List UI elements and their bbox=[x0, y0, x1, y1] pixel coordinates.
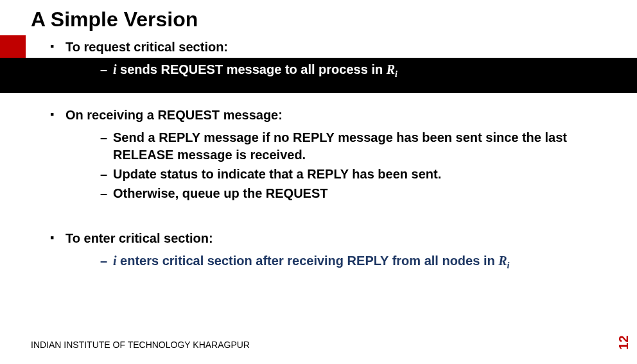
footer-text: INDIAN INSTITUTE OF TECHNOLOGY KHARAGPUR bbox=[31, 340, 250, 350]
section-1-text: sends REQUEST message to all process in bbox=[117, 62, 387, 76]
section-heading-3-text: To enter critical section: bbox=[65, 231, 213, 245]
section-heading-1: To request critical section: bbox=[50, 40, 615, 55]
slide-content: To request critical section: i sends REQ… bbox=[50, 40, 615, 272]
section-heading-1-text: To request critical section: bbox=[65, 40, 228, 54]
var-R: R bbox=[387, 62, 395, 76]
section-heading-3: To enter critical section: bbox=[50, 231, 615, 246]
section-2-item-2: Update status to indicate that a REPLY h… bbox=[100, 166, 615, 183]
section-1-item: i sends REQUEST message to all process i… bbox=[100, 61, 615, 81]
var-sub-i: i bbox=[395, 69, 397, 79]
section-2-item-3: Otherwise, queue up the REQUEST bbox=[100, 185, 615, 202]
var-R-2: R bbox=[498, 254, 507, 268]
section-3-item: i enters critical section after receivin… bbox=[100, 252, 615, 272]
slide-title: A Simple Version bbox=[31, 8, 198, 31]
var-sub-i-2: i bbox=[507, 261, 510, 270]
page-number: 12 bbox=[616, 335, 631, 349]
section-heading-2-text: On receiving a REQUEST message: bbox=[65, 108, 283, 122]
red-accent-bar bbox=[0, 35, 26, 58]
section-2-item-1: Send a REPLY message if no REPLY message… bbox=[100, 129, 615, 164]
section-3-text: enters critical section after receiving … bbox=[117, 254, 499, 268]
section-heading-2: On receiving a REQUEST message: bbox=[50, 108, 615, 123]
